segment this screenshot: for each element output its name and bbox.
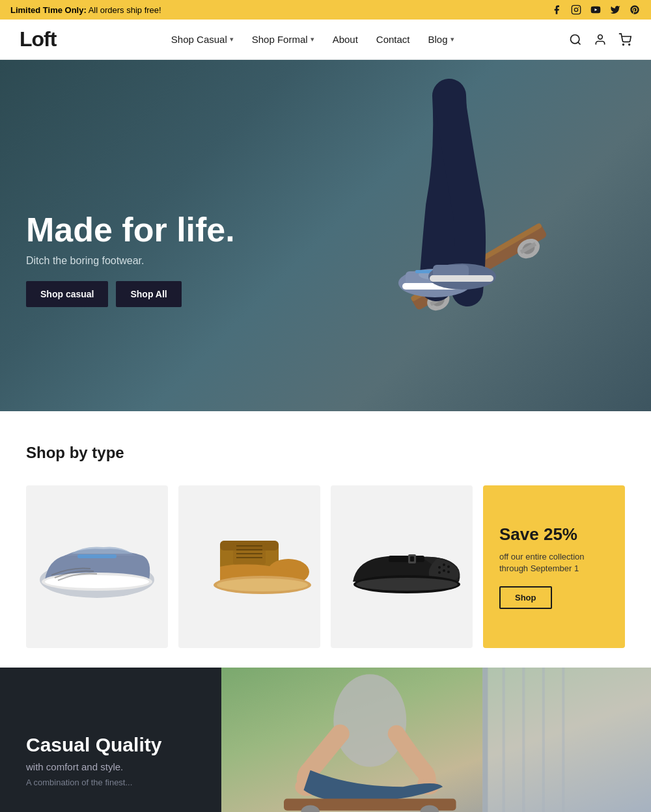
logo[interactable]: Loft — [20, 27, 56, 51]
svg-line-5 — [578, 42, 581, 44]
promo-title: Save 25% — [499, 524, 577, 545]
bottom-person-svg — [221, 668, 651, 812]
instagram-icon[interactable] — [570, 4, 582, 16]
hero-section: Made for life. Ditch the boring footwear… — [0, 60, 651, 411]
hero-title: Made for life. — [26, 211, 235, 249]
facebook-icon[interactable] — [551, 4, 562, 16]
svg-point-43 — [438, 571, 441, 574]
bottom-dark-panel: Casual Quality with comfort and style. A… — [0, 668, 221, 812]
bottom-section: Casual Quality with comfort and style. A… — [0, 668, 651, 812]
products-grid: Save 25% off our entire collection throu… — [26, 485, 625, 648]
svg-rect-52 — [482, 668, 651, 812]
svg-point-40 — [438, 566, 441, 569]
svg-point-7 — [623, 44, 624, 45]
shop-section: Shop by type — [0, 411, 651, 668]
bottom-description: A combination of the finest... — [26, 778, 195, 787]
svg-point-45 — [447, 571, 450, 573]
shop-casual-button[interactable]: Shop casual — [26, 281, 108, 307]
svg-rect-57 — [562, 668, 564, 812]
svg-rect-27 — [77, 554, 117, 558]
skater-svg — [358, 76, 592, 408]
pinterest-icon[interactable] — [629, 4, 641, 16]
svg-point-58 — [333, 674, 406, 766]
svg-point-44 — [443, 569, 445, 572]
svg-rect-25 — [430, 275, 493, 282]
blog-chevron: ▾ — [450, 35, 454, 44]
svg-point-29 — [45, 575, 149, 588]
svg-rect-53 — [482, 668, 488, 812]
youtube-icon[interactable] — [590, 4, 602, 16]
shop-section-title: Shop by type — [26, 444, 625, 462]
hero-content: Made for life. Ditch the boring footwear… — [26, 211, 235, 307]
nav-shop-casual[interactable]: Shop Casual ▾ — [162, 29, 243, 50]
cart-icon[interactable] — [618, 33, 631, 46]
nav: Shop Casual ▾ Shop Formal ▾ About Contac… — [162, 29, 464, 50]
svg-point-4 — [571, 34, 579, 43]
search-icon[interactable] — [569, 33, 582, 46]
announcement-message: All orders ship free! — [89, 5, 161, 15]
header-actions — [569, 33, 631, 46]
twitter-icon[interactable] — [609, 4, 621, 16]
svg-rect-56 — [542, 668, 545, 812]
svg-point-34 — [217, 578, 308, 591]
svg-point-41 — [443, 563, 445, 566]
hero-subtitle: Ditch the boring footwear. — [26, 255, 235, 267]
bottom-title: Casual Quality — [26, 734, 195, 756]
shop-all-button[interactable]: Shop All — [116, 281, 181, 307]
promo-card[interactable]: Save 25% off our entire collection throu… — [483, 485, 625, 648]
svg-rect-55 — [522, 668, 525, 812]
svg-rect-46 — [389, 556, 424, 562]
bottom-image — [221, 668, 651, 812]
svg-point-6 — [598, 34, 603, 39]
social-icons — [551, 4, 641, 16]
svg-point-42 — [447, 565, 450, 568]
hero-buttons: Shop casual Shop All — [26, 281, 235, 307]
nav-shop-formal[interactable]: Shop Formal ▾ — [243, 29, 324, 50]
announcement-text: Limited Time Only: All orders ship free! — [10, 5, 161, 15]
nav-about[interactable]: About — [324, 29, 367, 50]
shoe-3-image — [337, 531, 467, 602]
promo-text: off our entire collection through Septem… — [499, 551, 609, 575]
svg-rect-54 — [503, 668, 505, 812]
bottom-subtitle: with comfort and style. — [26, 761, 195, 772]
hero-image — [352, 73, 599, 411]
svg-point-50 — [356, 578, 458, 591]
svg-point-1 — [574, 8, 577, 11]
shoe-2-image — [184, 528, 314, 606]
svg-rect-48 — [410, 556, 414, 562]
svg-point-2 — [578, 7, 579, 8]
nav-contact[interactable]: Contact — [367, 29, 419, 50]
product-card-2[interactable] — [178, 485, 320, 648]
svg-rect-0 — [572, 5, 580, 14]
header: Loft Shop Casual ▾ Shop Formal ▾ About C… — [0, 20, 651, 60]
product-card-1[interactable] — [26, 485, 168, 648]
nav-blog[interactable]: Blog ▾ — [419, 29, 464, 50]
account-icon[interactable] — [594, 33, 607, 46]
announcement-prefix: Limited Time Only: — [10, 5, 87, 15]
svg-point-8 — [629, 44, 630, 45]
promo-shop-button[interactable]: Shop — [499, 586, 552, 609]
product-card-3[interactable] — [331, 485, 473, 648]
announcement-bar: Limited Time Only: All orders ship free! — [0, 0, 651, 20]
shop-formal-chevron: ▾ — [311, 35, 314, 44]
shoe-1-image — [32, 531, 162, 602]
shop-casual-chevron: ▾ — [230, 35, 234, 44]
